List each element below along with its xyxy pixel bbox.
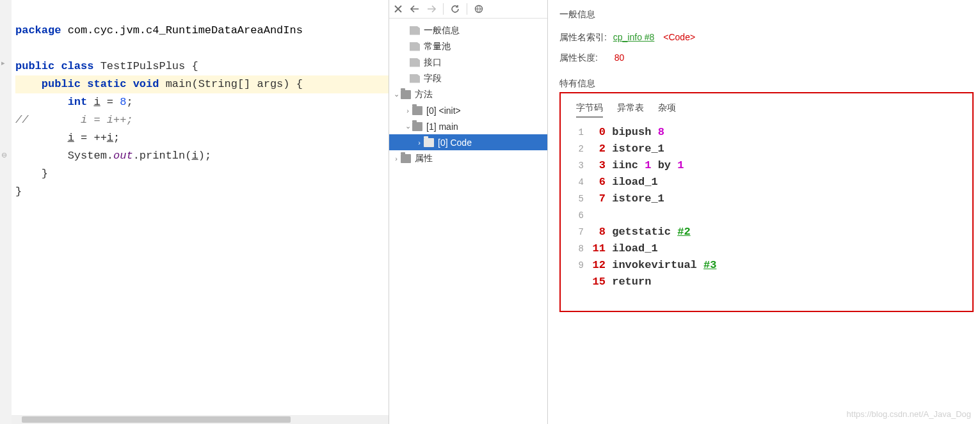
- bytecode-row: 15 return: [571, 274, 967, 290]
- structure-tree[interactable]: 一般信息 常量池 接口 字段 ⌄方法 ›[0] <init> ⌄[1] main…: [389, 19, 547, 424]
- folder-icon: [424, 138, 434, 147]
- chevron-right-icon[interactable]: ›: [403, 107, 412, 114]
- tree-node-code[interactable]: ›[0] Code: [389, 134, 547, 150]
- chevron-down-icon[interactable]: ⌄: [403, 122, 412, 130]
- attr-name-type: <Code>: [663, 32, 695, 42]
- file-icon: [410, 42, 420, 51]
- bytecode-row: 57 istore_1: [571, 191, 967, 207]
- attr-name-index-row: 属性名索引: cp_info #8 <Code>: [559, 32, 974, 43]
- tree-node-method-main[interactable]: ⌄[1] main: [389, 118, 547, 134]
- tree-toolbar: [389, 0, 547, 19]
- section-title-specific: 特有信息: [559, 78, 974, 90]
- forward-icon[interactable]: [426, 4, 437, 14]
- bytecode-box: 字节码 异常表 杂项 10 bipush 822 istore_133 iinc…: [559, 92, 974, 312]
- close-icon[interactable]: [393, 4, 403, 14]
- folder-icon: [412, 122, 422, 131]
- structure-tree-panel: 一般信息 常量池 接口 字段 ⌄方法 ›[0] <init> ⌄[1] main…: [389, 0, 548, 424]
- bytecode-row: 10 bipush 8: [571, 124, 967, 141]
- tab-misc[interactable]: 杂项: [658, 102, 676, 118]
- tree-node-attributes[interactable]: ›属性: [389, 150, 547, 166]
- kw-main-sig: public static void: [42, 78, 166, 90]
- tree-node-fields[interactable]: 字段: [389, 70, 547, 86]
- gutter-fold-icon[interactable]: ⊖: [1, 151, 7, 159]
- bytecode-listing: 10 bipush 822 istore_133 iinc 1 by 146 i…: [570, 124, 967, 290]
- detail-panel: 一般信息 属性名索引: cp_info #8 <Code> 属性长度: 80 特…: [548, 0, 980, 424]
- tree-node-general[interactable]: 一般信息: [389, 22, 547, 38]
- bytecode-row: 78 getstatic #2: [571, 224, 967, 240]
- attr-length-label: 属性长度:: [559, 52, 598, 63]
- kw-public-class: public class: [15, 60, 100, 72]
- attr-name-index-label: 属性名索引:: [559, 32, 607, 42]
- class-name: TestIPulsPlus: [100, 60, 186, 72]
- folder-icon: [401, 90, 411, 99]
- cp-info-link[interactable]: cp_info #8: [613, 32, 655, 42]
- section-title-general: 一般信息: [559, 9, 974, 20]
- chevron-right-icon[interactable]: ›: [392, 155, 401, 162]
- tree-node-interfaces[interactable]: 接口: [389, 54, 547, 70]
- gutter-run-icon[interactable]: ▸: [1, 59, 5, 67]
- kw-package: package: [15, 24, 61, 36]
- bytecode-row: 33 iinc 1 by 1: [571, 157, 967, 174]
- tab-exception-table[interactable]: 异常表: [617, 102, 644, 118]
- attr-length-value: 80: [615, 52, 625, 63]
- bytecode-row: 811 iload_1: [571, 240, 967, 257]
- refresh-icon[interactable]: [450, 4, 460, 14]
- code-horizontal-scrollbar[interactable]: [12, 415, 389, 424]
- bytecode-row: 22 istore_1: [571, 141, 967, 157]
- watermark: https://blog.csdn.net/A_Java_Dog: [847, 409, 971, 419]
- comment-line: // i = i++;: [15, 114, 133, 126]
- bytecode-tabs: 字节码 异常表 杂项: [570, 100, 967, 124]
- bytecode-row: 46 iload_1: [571, 174, 967, 191]
- file-icon: [410, 74, 420, 83]
- file-icon: [410, 26, 420, 35]
- globe-icon[interactable]: [474, 4, 484, 14]
- attr-length-row: 属性长度: 80: [559, 52, 974, 64]
- folder-icon: [412, 106, 422, 115]
- main-name: main: [166, 78, 192, 90]
- tab-bytecode[interactable]: 字节码: [576, 102, 603, 118]
- bytecode-row: 912 invokevirtual #3: [571, 257, 967, 274]
- back-icon[interactable]: [410, 4, 420, 14]
- package-name: com.cyc.jvm.c4_RuntimeDataAreaAndIns: [68, 24, 303, 36]
- tree-node-methods[interactable]: ⌄方法: [389, 86, 547, 102]
- code-area[interactable]: package com.cyc.jvm.c4_RuntimeDataAreaAn…: [12, 0, 389, 219]
- tree-node-constpool[interactable]: 常量池: [389, 38, 547, 54]
- file-icon: [410, 58, 420, 67]
- chevron-down-icon[interactable]: ⌄: [392, 90, 401, 98]
- scrollbar-thumb[interactable]: [22, 416, 291, 423]
- bytecode-row: 6: [571, 207, 967, 224]
- folder-icon: [401, 154, 411, 163]
- code-gutter: ▸ ⊖: [0, 0, 12, 424]
- source-code-panel: ▸ ⊖ package com.cyc.jvm.c4_RuntimeDataAr…: [0, 0, 389, 424]
- chevron-right-icon[interactable]: ›: [415, 139, 424, 146]
- tree-node-method-init[interactable]: ›[0] <init>: [389, 102, 547, 118]
